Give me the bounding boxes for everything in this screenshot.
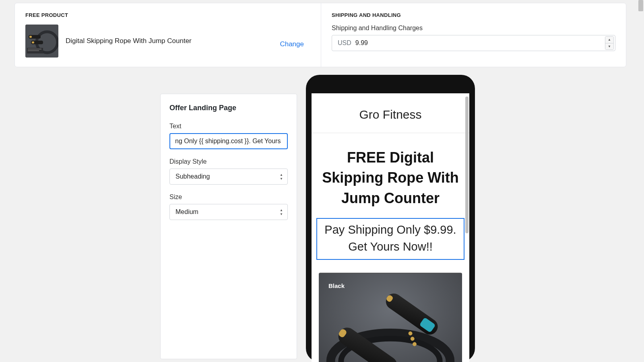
free-product-label: FREE PRODUCT <box>25 12 310 18</box>
shipping-label: SHIPPING AND HANDLING <box>332 12 615 18</box>
shipping-amount-field[interactable]: USD ▲ ▼ <box>332 35 615 51</box>
free-product-section: FREE PRODUCT Digital Skipping Rope With … <box>15 3 321 67</box>
text-label: Text <box>169 123 288 130</box>
display-style-value: Subheading <box>175 173 210 180</box>
product-thumbnail[interactable] <box>25 25 58 58</box>
size-select[interactable]: Medium <box>169 204 288 220</box>
editor-panel: Offer Landing Page Text Display Style Su… <box>160 94 297 359</box>
size-label: Size <box>169 193 288 201</box>
text-input[interactable] <box>169 133 288 149</box>
svg-rect-5 <box>32 41 34 43</box>
currency-prefix: USD <box>332 39 355 47</box>
preview-scrollbar[interactable] <box>465 97 469 233</box>
store-name: Gro Fitness <box>312 93 469 133</box>
product-name: Digital Skipping Rope With Jump Counter <box>66 37 310 45</box>
page-scrollbar[interactable] <box>637 0 644 362</box>
stepper-up-icon[interactable]: ▲ <box>605 37 613 43</box>
svg-rect-7 <box>28 49 41 49</box>
size-value: Medium <box>175 208 198 216</box>
variant-label: Black <box>328 282 345 289</box>
preview-product-photo: Black <box>319 273 462 362</box>
shipping-field-label: Shipping and Handling Charges <box>332 25 615 32</box>
phone-screen: Gro Fitness FREE Digital Skipping Rope W… <box>312 93 469 362</box>
display-style-select[interactable]: Subheading <box>169 169 288 185</box>
editor-title: Offer Landing Page <box>169 104 288 112</box>
svg-rect-8 <box>28 50 39 51</box>
shipping-amount-input[interactable] <box>355 35 605 51</box>
display-style-label: Display Style <box>169 158 288 165</box>
rope-thumb-art <box>25 25 58 58</box>
shipping-section: SHIPPING AND HANDLING Shipping and Handl… <box>321 3 626 67</box>
product-row: Digital Skipping Rope With Jump Counter <box>25 25 310 58</box>
preview-headline: FREE Digital Skipping Rope With Jump Cou… <box>312 133 469 215</box>
config-card: FREE PRODUCT Digital Skipping Rope With … <box>14 3 626 67</box>
stepper-down-icon[interactable]: ▼ <box>605 43 613 50</box>
preview-subheading[interactable]: Pay Shipping Only $9.99. Get Yours Now!! <box>316 218 464 260</box>
change-product-link[interactable]: Change <box>280 40 304 48</box>
svg-rect-3 <box>29 36 32 38</box>
phone-frame: Gro Fitness FREE Digital Skipping Rope W… <box>306 75 475 362</box>
page-scrollbar-thumb[interactable] <box>638 0 643 11</box>
number-stepper[interactable]: ▲ ▼ <box>605 36 614 50</box>
